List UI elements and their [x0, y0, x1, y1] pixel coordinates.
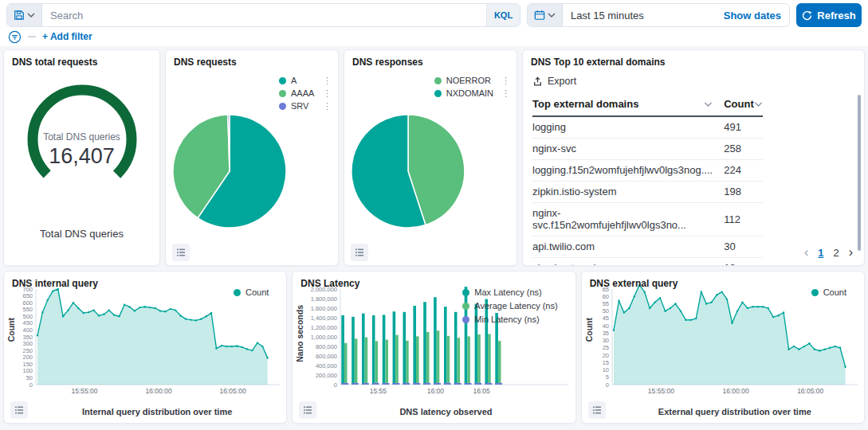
table-row: api.twilio.com30 [532, 236, 763, 258]
table-scrollbar[interactable] [858, 95, 861, 251]
gauge-value: 16,407 [4, 144, 159, 169]
filter-circle-icon[interactable] [8, 30, 22, 44]
domain-cell: checkoutservice [532, 258, 724, 267]
legend-item-count[interactable]: Count [811, 287, 854, 297]
panel-dns-requests: DNS requests A⋮AAAA⋮SRV⋮ [165, 49, 339, 266]
svg-text:400,000: 400,000 [316, 362, 337, 369]
legend-item-a[interactable]: A⋮ [279, 76, 332, 85]
count-cell: 30 [724, 236, 763, 258]
legend-menu-icon[interactable]: ⋮ [501, 90, 510, 97]
legend-toggle-button[interactable] [588, 401, 606, 419]
svg-text:0: 0 [605, 381, 608, 389]
svg-text:600: 600 [22, 299, 33, 307]
count-cell: 198 [724, 182, 763, 203]
legend-item-max-latency-ns-[interactable]: Max Latency (ns) [462, 287, 565, 297]
svg-text:30: 30 [602, 337, 608, 344]
panel-dns-internal-query: DNS internal query Count Count 050100150… [3, 271, 287, 424]
legend-color-dot [234, 289, 241, 296]
export-label: Export [548, 76, 576, 87]
domain-cell: nginx-svc.f15n2womfujehfjlwv0lgs3no... [532, 203, 724, 236]
column-label: Count [724, 98, 754, 110]
legend-label: SRV [291, 101, 315, 111]
responses-pie-chart[interactable] [348, 111, 469, 235]
date-quick-select-button[interactable] [528, 4, 563, 26]
svg-text:400: 400 [22, 326, 33, 334]
chart-legend: Count [811, 287, 854, 297]
add-filter-button[interactable]: + Add filter [42, 31, 92, 42]
legend-label: Count [823, 287, 846, 297]
legend-label: Average Latency (ns) [474, 301, 557, 311]
panel-title: DNS internal query [12, 278, 98, 289]
legend-item-average-latency-ns-[interactable]: Average Latency (ns) [462, 301, 565, 311]
legend-item-nxdomain[interactable]: NXDOMAIN⋮ [434, 88, 510, 98]
legend-item-count[interactable]: Count [234, 287, 277, 297]
kql-button[interactable]: KQL [486, 4, 520, 26]
svg-text:50: 50 [602, 307, 608, 315]
pagination-page-1[interactable]: 1 [818, 247, 823, 259]
legend-menu-icon[interactable]: ⋮ [323, 103, 332, 110]
panel-title: DNS requests [174, 57, 237, 68]
svg-text:60: 60 [602, 293, 608, 300]
column-header-count[interactable]: Count [724, 93, 763, 116]
legend-toggle-button[interactable] [351, 244, 368, 261]
saved-queries-button[interactable] [7, 4, 42, 26]
svg-text:0: 0 [29, 381, 33, 389]
export-button[interactable]: Export [532, 76, 576, 87]
table-row: checkoutservice12 [532, 258, 763, 267]
internal-query-chart[interactable]: 0501001502002503003504004505005506006507… [15, 284, 283, 401]
svg-text:550: 550 [22, 306, 33, 313]
list-icon [303, 405, 312, 415]
legend-menu-icon[interactable]: ⋮ [323, 90, 332, 97]
legend-item-srv[interactable]: SRV⋮ [279, 101, 332, 111]
panel-dns-latency: DNS Latency Max Latency (ns)Average Late… [292, 271, 575, 424]
legend-item-aaaa[interactable]: AAAA⋮ [279, 88, 332, 98]
refresh-button[interactable]: Refresh [796, 3, 862, 27]
requests-pie-chart[interactable] [169, 111, 290, 235]
legend-menu-icon[interactable]: ⋮ [501, 77, 510, 84]
svg-text:16:05: 16:05 [473, 387, 491, 395]
svg-text:20: 20 [602, 352, 608, 359]
domains-table: Top external domains Count [532, 93, 763, 266]
pagination-prev-icon[interactable]: ‹ [804, 246, 808, 259]
legend-item-noerror[interactable]: NOERROR⋮ [434, 76, 510, 85]
time-range-value[interactable]: Last 15 minutes [563, 4, 724, 26]
svg-text:200,000: 200,000 [316, 372, 337, 379]
sort-chevron-icon[interactable] [754, 101, 763, 108]
panel-dns-total-requests: DNS total requests Total DNS queries 16,… [3, 49, 160, 266]
svg-text:650: 650 [22, 292, 33, 299]
show-dates-button[interactable]: Show dates [724, 4, 789, 26]
legend-toggle-button[interactable] [172, 244, 190, 261]
pagination-page-2[interactable]: 2 [833, 247, 839, 259]
svg-text:10: 10 [602, 366, 608, 373]
legend-label: AAAA [291, 88, 315, 98]
x-axis-title: Internal query distribution over time [28, 407, 286, 416]
panel-title: DNS total requests [12, 57, 97, 68]
sort-chevron-icon[interactable] [704, 101, 713, 108]
svg-text:600,000: 600,000 [316, 353, 337, 360]
pagination-next-icon[interactable]: › [849, 246, 853, 259]
legend-menu-icon[interactable]: ⋮ [323, 77, 332, 84]
svg-text:35: 35 [602, 330, 608, 337]
svg-text:1,800,000: 1,800,000 [311, 295, 337, 303]
svg-text:50: 50 [26, 374, 33, 381]
count-cell: 112 [724, 203, 763, 236]
legend-item-min-latency-ns-[interactable]: Min Latency (ns) [462, 315, 565, 324]
table-row: nginx-svc.f15n2womfujehfjlwv0lgs3no...11… [532, 203, 763, 236]
svg-text:25: 25 [602, 344, 608, 351]
legend-color-dot [434, 77, 442, 84]
save-icon [14, 10, 25, 21]
column-header-domains[interactable]: Top external domains [532, 93, 724, 116]
chart-legend: Count [234, 287, 277, 297]
svg-text:15:55:00: 15:55:00 [71, 387, 97, 395]
panel-dns-responses: DNS responses NOERROR⋮NXDOMAIN⋮ [344, 49, 517, 266]
x-axis-title: External query distribution over time [606, 407, 864, 416]
legend-label: Max Latency (ns) [474, 287, 557, 297]
external-query-chart[interactable]: 0510152025303540455055606515:55:0016:00:… [593, 284, 861, 401]
chevron-down-icon [27, 12, 35, 18]
legend-color-dot [462, 289, 469, 296]
legend-toggle-button[interactable] [10, 401, 28, 419]
legend-toggle-button[interactable] [299, 401, 316, 419]
search-input[interactable] [42, 4, 486, 26]
domain-cell: api.twilio.com [532, 236, 724, 258]
table-row: zipkin.istio-system198 [532, 182, 763, 203]
